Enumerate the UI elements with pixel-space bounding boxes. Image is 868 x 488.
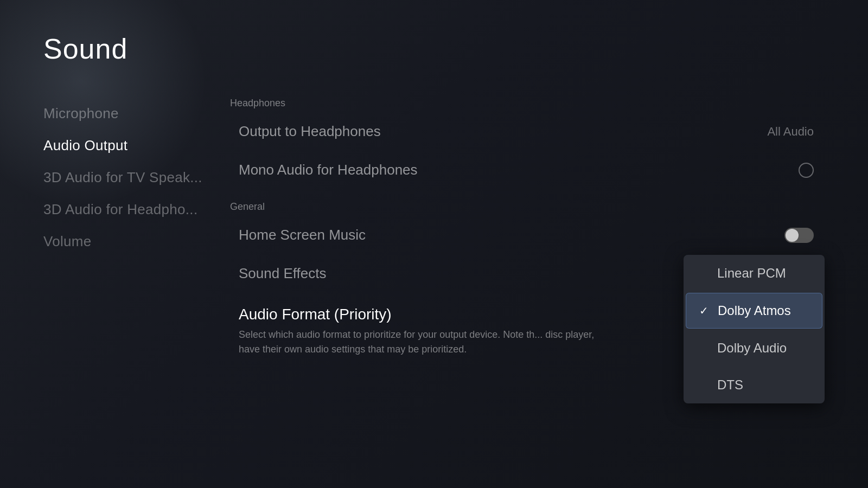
- dropdown-item-linear-pcm[interactable]: Linear PCM: [684, 255, 825, 292]
- dts-label: DTS: [717, 377, 743, 393]
- mono-audio-toggle[interactable]: [799, 163, 814, 178]
- home-screen-music-toggle[interactable]: [784, 228, 814, 243]
- mono-audio-row[interactable]: Mono Audio for Headphones: [228, 152, 825, 188]
- output-to-headphones-row[interactable]: Output to Headphones All Audio: [228, 113, 825, 150]
- general-section-label: General: [228, 201, 825, 213]
- page-title: Sound: [43, 33, 825, 65]
- sidebar-item-volume[interactable]: Volume: [43, 226, 228, 258]
- home-screen-music-row[interactable]: Home Screen Music: [228, 217, 825, 253]
- home-screen-music-label: Home Screen Music: [239, 227, 366, 243]
- audio-format-description: Select which audio format to prioritize …: [239, 328, 608, 357]
- headphones-section-label: Headphones: [228, 98, 825, 109]
- sidebar-item-audio-output[interactable]: Audio Output: [43, 130, 228, 162]
- toggle-knob: [786, 229, 799, 242]
- audio-format-dropdown: Linear PCM ✓ Dolby Atmos Dolby Audio DTS: [684, 255, 825, 403]
- sidebar: Microphone Audio Output 3D Audio for TV …: [43, 92, 228, 450]
- dolby-atmos-checkmark: ✓: [699, 304, 710, 317]
- sidebar-item-microphone[interactable]: Microphone: [43, 98, 228, 130]
- linear-pcm-label: Linear PCM: [717, 266, 786, 281]
- sidebar-item-3d-tv[interactable]: 3D Audio for TV Speak...: [43, 162, 228, 194]
- output-to-headphones-value: All Audio: [767, 125, 814, 139]
- sound-effects-label: Sound Effects: [239, 265, 326, 282]
- dolby-atmos-label: Dolby Atmos: [718, 303, 791, 318]
- main-content: Headphones Output to Headphones All Audi…: [228, 92, 825, 450]
- dolby-audio-label: Dolby Audio: [717, 341, 787, 356]
- sidebar-item-3d-headphones[interactable]: 3D Audio for Headpho...: [43, 194, 228, 226]
- dropdown-item-dolby-atmos[interactable]: ✓ Dolby Atmos: [686, 293, 822, 329]
- dropdown-item-dts[interactable]: DTS: [684, 367, 825, 403]
- dropdown-item-dolby-audio[interactable]: Dolby Audio: [684, 330, 825, 367]
- output-to-headphones-label: Output to Headphones: [239, 123, 381, 140]
- mono-audio-label: Mono Audio for Headphones: [239, 162, 418, 178]
